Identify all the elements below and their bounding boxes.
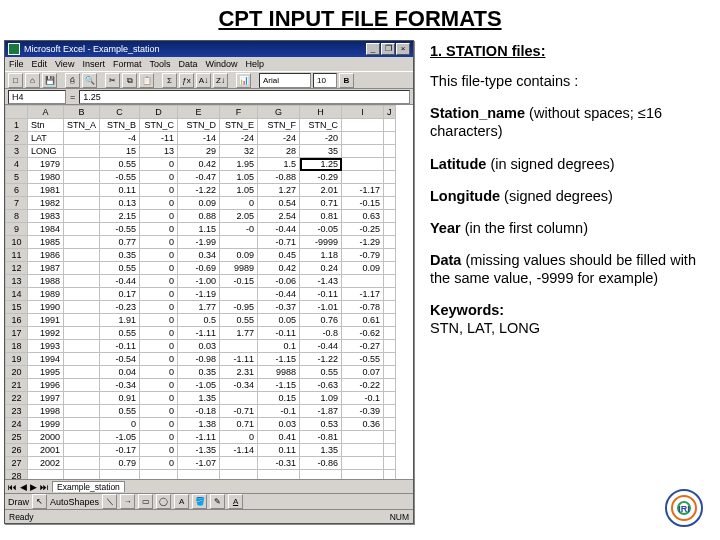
row-header[interactable]: 27 xyxy=(6,457,28,470)
cell[interactable]: -0.47 xyxy=(178,171,220,184)
cell[interactable]: 0 xyxy=(140,418,178,431)
cell[interactable]: -14 xyxy=(178,132,220,145)
cell[interactable] xyxy=(342,470,384,480)
cell[interactable] xyxy=(64,275,100,288)
cell[interactable] xyxy=(64,301,100,314)
cell[interactable] xyxy=(384,444,396,457)
cell[interactable] xyxy=(258,470,300,480)
cell[interactable] xyxy=(342,457,384,470)
row-header[interactable]: 1 xyxy=(6,119,28,132)
cell[interactable]: -9999 xyxy=(300,236,342,249)
cell[interactable] xyxy=(384,184,396,197)
cell[interactable]: 0.09 xyxy=(342,262,384,275)
cell[interactable]: -0.1 xyxy=(258,405,300,418)
cell[interactable] xyxy=(384,405,396,418)
row-header[interactable]: 12 xyxy=(6,262,28,275)
cell[interactable] xyxy=(384,262,396,275)
cell[interactable]: -0.95 xyxy=(220,301,258,314)
cell[interactable]: 1.77 xyxy=(220,327,258,340)
cell[interactable]: -1.22 xyxy=(300,353,342,366)
cell[interactable]: -1.29 xyxy=(342,236,384,249)
cell[interactable]: 1985 xyxy=(28,236,64,249)
cell[interactable] xyxy=(342,171,384,184)
cell[interactable] xyxy=(64,288,100,301)
cell[interactable]: 0 xyxy=(140,405,178,418)
cell[interactable] xyxy=(384,340,396,353)
cell[interactable]: 13 xyxy=(140,145,178,158)
cell[interactable] xyxy=(384,210,396,223)
cell[interactable]: -1.15 xyxy=(258,353,300,366)
cell[interactable]: 0.55 xyxy=(100,327,140,340)
cell[interactable] xyxy=(384,353,396,366)
col-header[interactable]: F xyxy=(220,106,258,119)
cell[interactable]: 0.04 xyxy=(100,366,140,379)
cell[interactable] xyxy=(64,158,100,171)
cell[interactable]: -0.79 xyxy=(342,249,384,262)
cell[interactable]: 1988 xyxy=(28,275,64,288)
cell[interactable]: -1.35 xyxy=(178,444,220,457)
cell[interactable]: 0.71 xyxy=(300,197,342,210)
cell[interactable]: -0.78 xyxy=(342,301,384,314)
cell[interactable]: 1.18 xyxy=(300,249,342,262)
col-header[interactable]: H xyxy=(300,106,342,119)
cell[interactable]: 0.09 xyxy=(220,249,258,262)
cell[interactable]: -0.86 xyxy=(300,457,342,470)
col-header[interactable]: G xyxy=(258,106,300,119)
cell[interactable]: 2.54 xyxy=(258,210,300,223)
cell[interactable]: 0.13 xyxy=(100,197,140,210)
sort-asc-icon[interactable]: A↓ xyxy=(196,73,211,88)
spreadsheet-grid[interactable]: ABCDEFGHIJ1StnSTN_ASTN_BSTN_CSTN_DSTN_ES… xyxy=(5,105,413,479)
row-header[interactable]: 17 xyxy=(6,327,28,340)
cell[interactable] xyxy=(64,418,100,431)
cell[interactable]: -0.25 xyxy=(342,223,384,236)
cell[interactable]: 2.05 xyxy=(220,210,258,223)
cell[interactable]: -1.00 xyxy=(178,275,220,288)
cell[interactable] xyxy=(384,145,396,158)
name-box[interactable]: H4 xyxy=(8,90,66,104)
cell[interactable]: 0 xyxy=(140,392,178,405)
tab-nav-last-icon[interactable]: ⏭ xyxy=(40,482,49,492)
cell[interactable]: -0.44 xyxy=(258,223,300,236)
cell[interactable]: Stn xyxy=(28,119,64,132)
cell[interactable]: 0.11 xyxy=(258,444,300,457)
cell[interactable]: -0.62 xyxy=(342,327,384,340)
cell[interactable]: 0.79 xyxy=(100,457,140,470)
cell[interactable]: 1993 xyxy=(28,340,64,353)
row-header[interactable]: 2 xyxy=(6,132,28,145)
cell[interactable]: 0.03 xyxy=(258,418,300,431)
cell[interactable]: -0.1 xyxy=(342,392,384,405)
save-icon[interactable]: 💾 xyxy=(42,73,57,88)
cell[interactable]: -1.11 xyxy=(220,353,258,366)
cell[interactable]: -0.44 xyxy=(258,288,300,301)
cell[interactable]: -1.15 xyxy=(258,379,300,392)
row-header[interactable]: 22 xyxy=(6,392,28,405)
cell[interactable] xyxy=(178,470,220,480)
cell[interactable]: 1.38 xyxy=(178,418,220,431)
sum-icon[interactable]: Σ xyxy=(162,73,177,88)
cell[interactable]: 1.27 xyxy=(258,184,300,197)
cell[interactable]: 0 xyxy=(140,379,178,392)
cell[interactable] xyxy=(64,444,100,457)
cell[interactable]: -1.14 xyxy=(220,444,258,457)
oval-icon[interactable]: ◯ xyxy=(156,494,171,509)
cell[interactable] xyxy=(300,470,342,480)
row-header[interactable]: 14 xyxy=(6,288,28,301)
cell[interactable] xyxy=(384,119,396,132)
cell[interactable]: 2002 xyxy=(28,457,64,470)
cell[interactable]: -0.11 xyxy=(100,340,140,353)
cell[interactable]: 0.41 xyxy=(258,431,300,444)
cell[interactable]: LAT xyxy=(28,132,64,145)
cell[interactable]: 2.31 xyxy=(220,366,258,379)
cell[interactable]: 0.36 xyxy=(342,418,384,431)
cell[interactable]: 0.09 xyxy=(178,197,220,210)
tab-nav-first-icon[interactable]: ⏮ xyxy=(8,482,17,492)
col-header[interactable]: E xyxy=(178,106,220,119)
cell[interactable]: -0.11 xyxy=(258,327,300,340)
minimize-button[interactable]: _ xyxy=(366,43,380,55)
cell[interactable]: 0 xyxy=(140,236,178,249)
row-header[interactable]: 28 xyxy=(6,470,28,480)
row-header[interactable]: 21 xyxy=(6,379,28,392)
cell[interactable]: 1.77 xyxy=(178,301,220,314)
fx-icon[interactable]: ƒx xyxy=(179,73,194,88)
cell[interactable]: 1.09 xyxy=(300,392,342,405)
